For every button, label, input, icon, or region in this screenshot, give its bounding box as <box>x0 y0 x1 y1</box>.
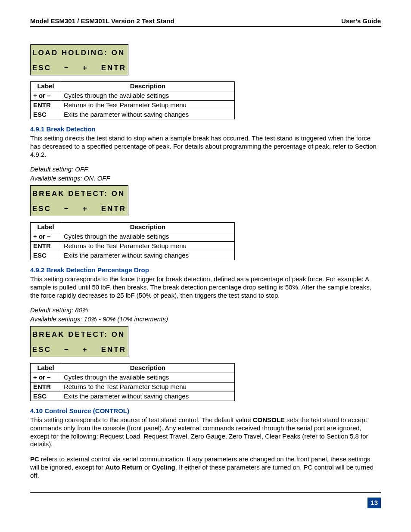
cell-label: + or – <box>31 373 61 383</box>
lcd-entr: ENTR <box>101 345 126 354</box>
cell-desc: Cycles through the available settings <box>61 91 235 101</box>
table-row: + or – Cycles through the available sett… <box>31 373 235 383</box>
table-row: ENTR Returns to the Test Parameter Setup… <box>31 382 235 392</box>
section-492-available: Available settings: 10% - 90% (10% incre… <box>30 315 381 324</box>
cell-label: ENTR <box>31 100 61 110</box>
cell-label: + or – <box>31 91 61 101</box>
table-header-row: Label Description <box>31 364 235 373</box>
lcd-minus: − <box>64 345 70 354</box>
table-row: ENTR Returns to the Test Parameter Setup… <box>31 241 235 251</box>
text-bold-console: CONSOLE <box>253 416 285 423</box>
cell-desc: Exits the parameter without saving chang… <box>61 110 235 119</box>
th-label: Label <box>31 82 61 91</box>
th-desc: Description <box>61 364 235 373</box>
lcd-line-1: BREAK DETECT: ON <box>31 327 128 342</box>
text-bold-cycling: Cycling <box>152 464 175 471</box>
lcd-line-1: LOAD HOLDING: ON <box>31 45 128 61</box>
table-header-row: Label Description <box>31 82 235 91</box>
section-410-p2: PC refers to external control via serial… <box>30 455 381 479</box>
text-span: This setting corresponds to the source o… <box>30 416 253 423</box>
page-number: 13 <box>367 498 381 508</box>
lcd-minus: − <box>64 204 70 213</box>
cell-label: ESC <box>31 392 61 401</box>
lcd-line-2: ESC − + ENTR <box>31 342 128 357</box>
lcd-load-holding: LOAD HOLDING: ON ESC − + ENTR <box>30 44 128 76</box>
lcd-plus: + <box>83 204 88 213</box>
table-row: ESC Exits the parameter without saving c… <box>31 110 235 119</box>
lcd-esc: ESC <box>32 204 51 213</box>
table-row: + or – Cycles through the available sett… <box>31 232 235 242</box>
cell-label: ESC <box>31 110 61 119</box>
table-load-holding: Label Description + or – Cycles through … <box>30 81 235 119</box>
cell-label: ENTR <box>31 241 61 251</box>
text-bold-auto-return: Auto Return <box>105 464 143 471</box>
cell-label: + or – <box>31 232 61 242</box>
lcd-line-1: BREAK DETECT: ON <box>31 186 128 202</box>
page-header: Model ESM301 / ESM301L Version 2 Test St… <box>30 17 381 27</box>
section-492-body: This setting corresponds to the force tr… <box>30 275 381 299</box>
lcd-break-detect-2: BREAK DETECT: ON ESC − + ENTR <box>30 326 128 358</box>
lcd-plus: + <box>83 345 88 354</box>
table-break-detect-1: Label Description + or – Cycles through … <box>30 222 235 260</box>
table-row: + or – Cycles through the available sett… <box>31 91 235 101</box>
table-row: ENTR Returns to the Test Parameter Setup… <box>31 100 235 110</box>
section-491-body: This setting directs the test stand to s… <box>30 134 381 159</box>
cell-desc: Cycles through the available settings <box>61 232 235 242</box>
header-right: User's Guide <box>341 17 381 25</box>
cell-desc: Cycles through the available settings <box>61 373 235 383</box>
section-title-492: 4.9.2 Break Detection Percentage Drop <box>30 266 381 274</box>
th-desc: Description <box>61 223 235 232</box>
th-label: Label <box>31 223 61 232</box>
cell-desc: Exits the parameter without saving chang… <box>61 251 235 260</box>
text-span: or <box>143 464 152 471</box>
table-break-detect-2: Label Description + or – Cycles through … <box>30 363 235 401</box>
cell-desc: Exits the parameter without saving chang… <box>61 392 235 401</box>
header-left: Model ESM301 / ESM301L Version 2 Test St… <box>30 17 174 25</box>
text-bold-pc: PC <box>30 455 39 463</box>
lcd-minus: − <box>64 63 70 72</box>
cell-desc: Returns to the Test Parameter Setup menu <box>61 382 235 392</box>
cell-label: ESC <box>31 251 61 260</box>
th-label: Label <box>31 364 61 373</box>
lcd-plus: + <box>83 63 88 72</box>
lcd-line-2: ESC − + ENTR <box>31 61 128 75</box>
section-title-410: 4.10 Control Source (CONTROL) <box>30 407 381 415</box>
lcd-entr: ENTR <box>101 63 126 72</box>
section-title-491: 4.9.1 Break Detection <box>30 125 381 134</box>
lcd-line-2: ESC − + ENTR <box>31 202 128 216</box>
lcd-esc: ESC <box>32 345 51 354</box>
section-491-available: Available settings: ON, OFF <box>30 174 381 183</box>
section-410-p1: This setting corresponds to the source o… <box>30 416 381 448</box>
section-491-default: Default setting: OFF <box>30 165 381 174</box>
th-desc: Description <box>61 82 235 91</box>
lcd-break-detect-1: BREAK DETECT: ON ESC − + ENTR <box>30 185 128 217</box>
lcd-entr: ENTR <box>101 204 126 213</box>
footer-rule <box>30 492 381 493</box>
lcd-esc: ESC <box>32 63 51 72</box>
cell-label: ENTR <box>31 382 61 392</box>
section-492-default: Default setting: 80% <box>30 306 381 314</box>
cell-desc: Returns to the Test Parameter Setup menu <box>61 241 235 251</box>
cell-desc: Returns to the Test Parameter Setup menu <box>61 100 235 110</box>
table-row: ESC Exits the parameter without saving c… <box>31 392 235 401</box>
table-row: ESC Exits the parameter without saving c… <box>31 251 235 260</box>
table-header-row: Label Description <box>31 223 235 232</box>
